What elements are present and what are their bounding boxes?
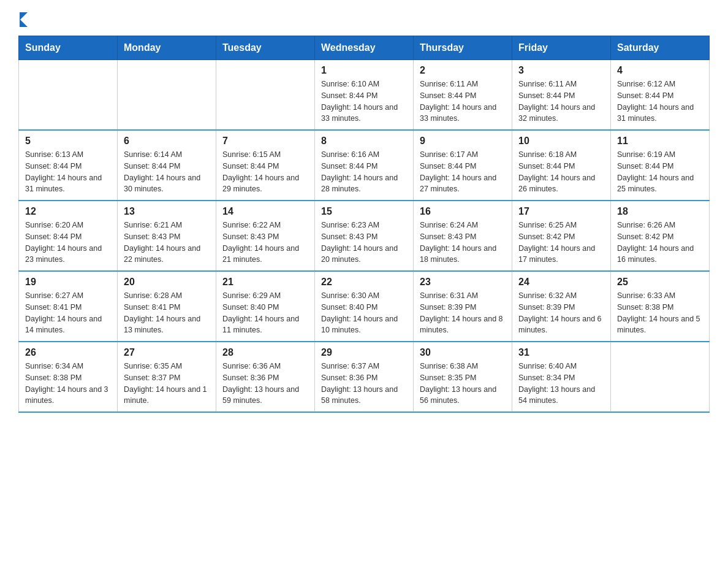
calendar-cell: 25Sunrise: 6:33 AM Sunset: 8:38 PM Dayli… [611,271,710,342]
day-number: 1 [321,65,407,76]
calendar-cell: 12Sunrise: 6:20 AM Sunset: 8:44 PM Dayli… [19,201,118,271]
day-number: 28 [222,347,308,358]
day-number: 20 [124,277,210,288]
day-info: Sunrise: 6:20 AM Sunset: 8:44 PM Dayligh… [25,220,111,266]
day-number: 19 [25,277,111,288]
day-number: 6 [124,136,210,147]
logo [18,12,28,25]
day-header-friday: Friday [512,36,611,60]
day-number: 25 [617,277,703,288]
calendar-week-row: 26Sunrise: 6:34 AM Sunset: 8:38 PM Dayli… [19,342,710,412]
day-number: 3 [518,65,604,76]
day-number: 31 [518,347,604,358]
day-number: 9 [420,136,506,147]
day-info: Sunrise: 6:13 AM Sunset: 8:44 PM Dayligh… [25,149,111,195]
calendar-cell: 15Sunrise: 6:23 AM Sunset: 8:43 PM Dayli… [315,201,414,271]
day-number: 7 [222,136,308,147]
day-info: Sunrise: 6:10 AM Sunset: 8:44 PM Dayligh… [321,79,407,124]
calendar-cell: 5Sunrise: 6:13 AM Sunset: 8:44 PM Daylig… [19,130,118,201]
calendar-cell: 29Sunrise: 6:37 AM Sunset: 8:36 PM Dayli… [315,342,414,412]
day-number: 21 [222,277,308,288]
day-info: Sunrise: 6:21 AM Sunset: 8:43 PM Dayligh… [124,220,210,266]
day-info: Sunrise: 6:28 AM Sunset: 8:41 PM Dayligh… [124,290,210,336]
logo-icon [20,12,28,27]
calendar-cell: 3Sunrise: 6:11 AM Sunset: 8:44 PM Daylig… [512,60,611,131]
day-info: Sunrise: 6:40 AM Sunset: 8:34 PM Dayligh… [518,361,604,407]
day-info: Sunrise: 6:17 AM Sunset: 8:44 PM Dayligh… [420,149,506,195]
day-number: 27 [124,347,210,358]
day-header-tuesday: Tuesday [216,36,315,60]
day-number: 23 [420,277,506,288]
calendar-cell: 24Sunrise: 6:32 AM Sunset: 8:39 PM Dayli… [512,271,611,342]
calendar-header-row: SundayMondayTuesdayWednesdayThursdayFrid… [19,36,710,60]
day-info: Sunrise: 6:27 AM Sunset: 8:41 PM Dayligh… [25,290,111,336]
calendar-cell: 10Sunrise: 6:18 AM Sunset: 8:44 PM Dayli… [512,130,611,201]
day-number: 29 [321,347,407,358]
day-number: 5 [25,136,111,147]
day-info: Sunrise: 6:19 AM Sunset: 8:44 PM Dayligh… [617,149,703,195]
calendar-cell: 6Sunrise: 6:14 AM Sunset: 8:44 PM Daylig… [118,130,216,201]
day-number: 30 [420,347,506,358]
day-info: Sunrise: 6:18 AM Sunset: 8:44 PM Dayligh… [518,149,604,195]
calendar-cell: 2Sunrise: 6:11 AM Sunset: 8:44 PM Daylig… [414,60,512,131]
day-info: Sunrise: 6:22 AM Sunset: 8:43 PM Dayligh… [222,220,308,266]
day-number: 17 [518,206,604,217]
calendar-week-row: 19Sunrise: 6:27 AM Sunset: 8:41 PM Dayli… [19,271,710,342]
day-info: Sunrise: 6:29 AM Sunset: 8:40 PM Dayligh… [222,290,308,336]
day-number: 2 [420,65,506,76]
calendar-cell: 14Sunrise: 6:22 AM Sunset: 8:43 PM Dayli… [216,201,315,271]
calendar-cell: 8Sunrise: 6:16 AM Sunset: 8:44 PM Daylig… [315,130,414,201]
calendar-cell [118,60,216,131]
day-info: Sunrise: 6:14 AM Sunset: 8:44 PM Dayligh… [124,149,210,195]
calendar-cell: 9Sunrise: 6:17 AM Sunset: 8:44 PM Daylig… [414,130,512,201]
calendar-cell: 20Sunrise: 6:28 AM Sunset: 8:41 PM Dayli… [118,271,216,342]
day-info: Sunrise: 6:33 AM Sunset: 8:38 PM Dayligh… [617,290,703,336]
calendar-cell: 26Sunrise: 6:34 AM Sunset: 8:38 PM Dayli… [19,342,118,412]
calendar-cell: 28Sunrise: 6:36 AM Sunset: 8:36 PM Dayli… [216,342,315,412]
calendar-cell: 4Sunrise: 6:12 AM Sunset: 8:44 PM Daylig… [611,60,710,131]
day-number: 18 [617,206,703,217]
calendar-cell [19,60,118,131]
day-header-wednesday: Wednesday [315,36,414,60]
day-number: 13 [124,206,210,217]
day-info: Sunrise: 6:38 AM Sunset: 8:35 PM Dayligh… [420,361,506,407]
day-info: Sunrise: 6:12 AM Sunset: 8:44 PM Dayligh… [617,79,703,124]
calendar-cell: 17Sunrise: 6:25 AM Sunset: 8:42 PM Dayli… [512,201,611,271]
calendar-week-row: 12Sunrise: 6:20 AM Sunset: 8:44 PM Dayli… [19,201,710,271]
day-info: Sunrise: 6:26 AM Sunset: 8:42 PM Dayligh… [617,220,703,266]
day-info: Sunrise: 6:32 AM Sunset: 8:39 PM Dayligh… [518,290,604,336]
calendar-week-row: 5Sunrise: 6:13 AM Sunset: 8:44 PM Daylig… [19,130,710,201]
calendar-cell: 13Sunrise: 6:21 AM Sunset: 8:43 PM Dayli… [118,201,216,271]
calendar-week-row: 1Sunrise: 6:10 AM Sunset: 8:44 PM Daylig… [19,60,710,131]
day-info: Sunrise: 6:31 AM Sunset: 8:39 PM Dayligh… [420,290,506,336]
calendar-cell: 21Sunrise: 6:29 AM Sunset: 8:40 PM Dayli… [216,271,315,342]
calendar-cell: 18Sunrise: 6:26 AM Sunset: 8:42 PM Dayli… [611,201,710,271]
calendar-cell: 22Sunrise: 6:30 AM Sunset: 8:40 PM Dayli… [315,271,414,342]
day-header-thursday: Thursday [414,36,512,60]
logo-wordmark [18,12,28,25]
day-number: 14 [222,206,308,217]
calendar-cell: 1Sunrise: 6:10 AM Sunset: 8:44 PM Daylig… [315,60,414,131]
day-info: Sunrise: 6:11 AM Sunset: 8:44 PM Dayligh… [420,79,506,124]
calendar-cell: 31Sunrise: 6:40 AM Sunset: 8:34 PM Dayli… [512,342,611,412]
day-info: Sunrise: 6:30 AM Sunset: 8:40 PM Dayligh… [321,290,407,336]
calendar-table: SundayMondayTuesdayWednesdayThursdayFrid… [18,36,710,413]
day-number: 22 [321,277,407,288]
day-info: Sunrise: 6:23 AM Sunset: 8:43 PM Dayligh… [321,220,407,266]
day-number: 10 [518,136,604,147]
day-number: 8 [321,136,407,147]
day-info: Sunrise: 6:11 AM Sunset: 8:44 PM Dayligh… [518,79,604,124]
calendar-cell: 30Sunrise: 6:38 AM Sunset: 8:35 PM Dayli… [414,342,512,412]
day-info: Sunrise: 6:24 AM Sunset: 8:43 PM Dayligh… [420,220,506,266]
day-number: 26 [25,347,111,358]
day-number: 4 [617,65,703,76]
day-number: 24 [518,277,604,288]
day-info: Sunrise: 6:36 AM Sunset: 8:36 PM Dayligh… [222,361,308,407]
calendar-cell: 11Sunrise: 6:19 AM Sunset: 8:44 PM Dayli… [611,130,710,201]
day-number: 11 [617,136,703,147]
day-number: 15 [321,206,407,217]
calendar-cell: 19Sunrise: 6:27 AM Sunset: 8:41 PM Dayli… [19,271,118,342]
day-header-saturday: Saturday [611,36,710,60]
day-header-monday: Monday [118,36,216,60]
day-info: Sunrise: 6:37 AM Sunset: 8:36 PM Dayligh… [321,361,407,407]
